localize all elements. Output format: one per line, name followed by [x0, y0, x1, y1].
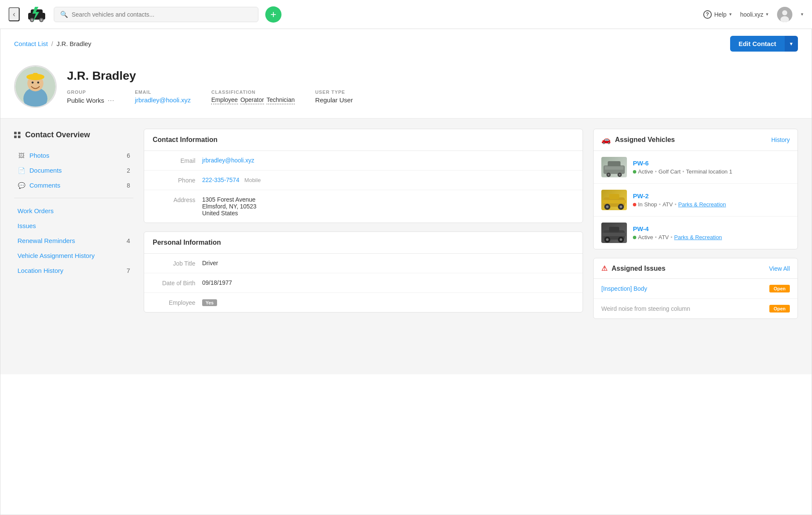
help-label: Help	[714, 11, 727, 18]
assigned-vehicles-card: 🚗 Assigned Vehicles History	[593, 129, 798, 249]
logo	[26, 6, 47, 23]
pw2-location-link[interactable]: Parks & Recreation	[678, 201, 726, 208]
right-column: 🚗 Assigned Vehicles History	[593, 129, 798, 364]
vehicle-name-pw2[interactable]: PW-2	[633, 192, 649, 200]
documents-icon: 📄	[17, 167, 25, 174]
dob-label: Date of Birth	[153, 279, 195, 286]
sidebar-item-comments[interactable]: 💬 Comments 8	[14, 178, 133, 193]
sidebar-location-label: Location History	[17, 267, 64, 274]
profile-avatar	[14, 65, 57, 108]
back-button[interactable]: ‹	[9, 7, 20, 21]
edit-contact-dropdown-button[interactable]: ▾	[785, 36, 798, 52]
org-button[interactable]: hooli.xyz ▾	[740, 11, 768, 18]
breadcrumb: Contact List / J.R. Bradley	[14, 40, 91, 47]
dob-row: Date of Birth 09/18/1977	[144, 273, 583, 293]
pw2-status-label: In Shop	[638, 201, 657, 208]
vehicle-thumb-pw6	[601, 157, 627, 177]
help-button[interactable]: ? Help ▾	[703, 10, 732, 19]
sidebar-renewal-reminders-label: Renewal Reminders	[17, 237, 75, 244]
personal-info-card: Personal Information Job Title Driver Da…	[144, 231, 583, 312]
svg-point-29	[606, 205, 609, 208]
help-chevron-icon: ▾	[729, 12, 732, 17]
pw4-status-dot	[633, 236, 636, 239]
edit-contact-main-button[interactable]: Edit Contact	[730, 36, 785, 52]
grid-icon	[14, 132, 21, 139]
svg-point-14	[37, 81, 39, 84]
phone-type-badge: Mobile	[244, 177, 261, 183]
email-link[interactable]: jrbradley@hooli.xyz	[135, 96, 191, 104]
phone-field-value: 222-335-7574 Mobile	[202, 176, 261, 183]
job-title-value: Driver	[202, 260, 218, 266]
edit-contact-button-group: Edit Contact ▾	[730, 36, 798, 52]
sidebar-documents-label: Documents	[29, 167, 122, 174]
svg-point-5	[41, 19, 43, 21]
add-button[interactable]: +	[265, 6, 281, 23]
issue-row-weird-noise: Weird noise from steering column Open	[594, 299, 798, 318]
svg-rect-25	[605, 166, 624, 170]
phone-number-link[interactable]: 222-335-7574	[202, 176, 239, 183]
profile-meta: GROUP Public Works ⋯ EMAIL jrbradley@hoo…	[67, 90, 353, 104]
email-address-link[interactable]: jrbradley@hooli.xyz	[202, 157, 254, 164]
class-tag-technician: Technician	[267, 96, 295, 104]
sidebar-renewal-count: 4	[127, 237, 130, 244]
top-navigation: ‹ 🔍 + ? Help ▾ hooli.xyz ▾	[0, 0, 812, 29]
svg-point-22	[608, 174, 609, 176]
breadcrumb-current: J.R. Bradley	[56, 40, 91, 47]
employee-row: Employee Yes	[144, 293, 583, 312]
vehicles-card-header: 🚗 Assigned Vehicles History	[594, 129, 798, 151]
address-field-label: Address	[153, 196, 195, 203]
meta-group-classification: CLASSIFICATION Employee Operator Technic…	[211, 90, 295, 104]
pw6-location: Terminal location 1	[686, 168, 732, 175]
phone-field-label: Phone	[153, 176, 195, 184]
breadcrumb-list-link[interactable]: Contact List	[14, 40, 48, 47]
sidebar-item-photos[interactable]: 🖼 Photos 6	[14, 148, 133, 163]
address-line3: United States	[202, 210, 256, 217]
sidebar-issues-link[interactable]: Issues	[14, 218, 133, 233]
contact-info-card: Contact Information Email jrbradley@hool…	[144, 129, 583, 223]
sidebar-comments-label: Comments	[29, 182, 122, 189]
issue-link-inspection[interactable]: [Inspection] Body	[601, 285, 647, 292]
svg-point-4	[31, 19, 33, 21]
pw2-type: ATV	[662, 201, 673, 208]
sidebar-work-orders-link[interactable]: Work Orders	[14, 203, 133, 218]
pw4-location-link[interactable]: Parks & Recreation	[674, 234, 722, 240]
pw6-status-label: Active	[638, 168, 653, 175]
profile-info: J.R. Bradley GROUP Public Works ⋯ EMAIL …	[67, 69, 353, 104]
group-value: Public Works ⋯	[67, 96, 114, 104]
sidebar-photos-label: Photos	[29, 152, 122, 159]
vehicle-name-pw4[interactable]: PW-4	[633, 225, 649, 232]
svg-rect-32	[602, 200, 626, 203]
sidebar-item-documents[interactable]: 📄 Documents 2	[14, 163, 133, 178]
vehicle-name-pw6[interactable]: PW-6	[633, 159, 649, 167]
sidebar-divider	[14, 198, 133, 198]
profile-name: J.R. Bradley	[67, 69, 353, 83]
class-tag-operator: Operator	[241, 96, 264, 104]
edit-contact-chevron-icon: ▾	[790, 41, 793, 47]
pw4-type: ATV	[658, 234, 669, 240]
search-bar: 🔍	[54, 7, 258, 22]
sidebar-vehicle-assignment-link[interactable]: Vehicle Assignment History	[14, 248, 133, 263]
org-chevron-icon: ▾	[766, 12, 768, 17]
vehicles-history-link[interactable]: History	[771, 136, 790, 143]
vehicle-info-pw6: PW-6 Active • Golf Cart • Terminal locat…	[633, 159, 790, 175]
breadcrumb-separator: /	[51, 40, 53, 47]
issue-link-weird-noise[interactable]: Weird noise from steering column	[601, 305, 690, 312]
svg-rect-34	[609, 227, 619, 232]
assigned-vehicles-title: Assigned Vehicles	[615, 136, 675, 144]
sidebar-vehicle-assignment-label: Vehicle Assignment History	[17, 252, 95, 259]
search-icon: 🔍	[60, 11, 68, 18]
svg-point-24	[619, 174, 621, 176]
svg-point-31	[620, 205, 622, 208]
contact-info-header: Contact Information	[144, 129, 583, 151]
search-input[interactable]	[72, 11, 252, 18]
issues-view-all-link[interactable]: View All	[769, 265, 790, 272]
pw6-type: Golf Cart	[658, 168, 681, 175]
sidebar-location-history-link[interactable]: Location History 7	[14, 263, 133, 278]
weird-noise-open-badge: Open	[769, 305, 790, 312]
svg-rect-27	[609, 194, 619, 199]
group-label: GROUP	[67, 90, 114, 95]
user-avatar[interactable]	[777, 7, 792, 22]
group-dots-button[interactable]: ⋯	[107, 96, 114, 104]
page-container: Contact List / J.R. Bradley Edit Contact…	[0, 29, 812, 515]
sidebar-renewal-reminders-link[interactable]: Renewal Reminders 4	[14, 233, 133, 248]
